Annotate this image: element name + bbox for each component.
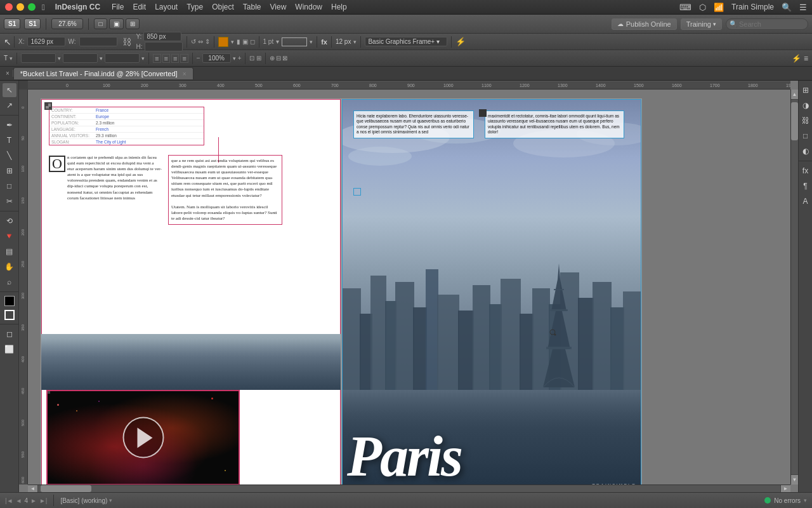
panel-icon2[interactable]: ≡ <box>804 54 808 63</box>
align-center-icon[interactable]: ≡ <box>162 54 170 63</box>
toolbar-s1-btn2[interactable]: S1 <box>24 18 41 29</box>
selection-tool-icon[interactable]: ↖ <box>4 37 11 47</box>
font-name-field[interactable] <box>21 53 56 63</box>
menu-help[interactable]: Help <box>331 3 347 11</box>
info-table-handle[interactable] <box>44 102 52 110</box>
view-bleed-btn[interactable]: ⊞ <box>126 18 140 29</box>
rectangle-frame-tool[interactable]: ⊞ <box>3 164 16 178</box>
selection-tool[interactable]: ↖ <box>3 83 16 97</box>
publish-online-btn[interactable]: ☁ Publish Online <box>612 18 677 30</box>
menu-layout[interactable]: Layout <box>155 3 178 11</box>
gradient-btn[interactable]: ▣ <box>242 38 248 45</box>
menu-file[interactable]: File <box>112 3 124 11</box>
play-button[interactable] <box>122 417 164 458</box>
tab-close-icon[interactable]: × <box>183 70 187 77</box>
constrain-proportions-icon[interactable]: ⛓ <box>120 35 134 49</box>
w-coord-field[interactable] <box>79 37 117 46</box>
right-panel-toggle-icon[interactable]: ⚡ <box>792 54 801 63</box>
menu-window[interactable]: Window <box>295 3 322 11</box>
tab-close-btn[interactable]: × <box>3 70 13 77</box>
scroll-up-btn[interactable]: ▲ <box>791 90 798 100</box>
text-tool-icon[interactable]: T <box>4 55 8 62</box>
vertical-scrollbar[interactable]: ▲ ▼ <box>790 90 798 485</box>
flip-h-icon[interactable]: ⇔ <box>198 38 203 45</box>
scroll-thumb-h[interactable] <box>41 485 91 492</box>
page-last-icon[interactable]: ►| <box>39 497 48 504</box>
align-right-icon[interactable]: ≡ <box>171 54 179 63</box>
view-fit-icon[interactable]: ⊡ <box>249 55 254 62</box>
view-mode-preview[interactable]: ⬜ <box>3 342 16 356</box>
menu-object[interactable]: Object <box>212 3 234 11</box>
menu-edit[interactable]: Edit <box>133 3 146 11</box>
menu-icon[interactable]: ☰ <box>799 3 807 12</box>
panel-toggle7[interactable]: ¶ <box>799 179 813 193</box>
free-transform-tool[interactable]: ⟲ <box>3 214 16 228</box>
menu-type[interactable]: Type <box>187 3 203 11</box>
panel-toggle2[interactable]: ◑ <box>799 98 813 112</box>
body-text-col1[interactable]: O n coriatem qui te prehendi ulpa as ini… <box>49 155 162 201</box>
scroll-thumb-v[interactable] <box>791 102 798 140</box>
right-text-box1[interactable]: Hicia nate explaborem labo. Ehenduntore … <box>353 110 474 138</box>
video-box[interactable] <box>46 390 240 485</box>
direct-selection-tool[interactable]: ↗ <box>3 98 16 112</box>
hand-tool[interactable]: ✋ <box>3 260 16 274</box>
panel-toggle4[interactable]: □ <box>799 129 813 143</box>
rotate-ccw-icon[interactable]: ↺ <box>191 38 196 45</box>
pasteboard[interactable]: COUNTRY: France CONTINENT: Europe POPULA… <box>28 90 790 485</box>
panel-toggle3[interactable]: ⛓ <box>799 114 813 128</box>
pen-tool[interactable]: ✒ <box>3 118 16 132</box>
style-display[interactable]: [Basic] (working) ▾ <box>60 497 112 504</box>
selection-handle-right2[interactable] <box>353 188 361 196</box>
zoom-level[interactable]: 27.6% <box>51 18 83 29</box>
color-btn[interactable]: ▮ <box>237 38 240 45</box>
panel-toggle5[interactable]: ◐ <box>799 144 813 158</box>
search-input[interactable] <box>726 18 808 30</box>
h-coord-field[interactable] <box>145 42 183 51</box>
panel-toggle8[interactable]: A <box>799 194 813 208</box>
align-left-icon[interactable]: ≡ <box>153 54 160 63</box>
view-normal-btn[interactable]: □ <box>94 18 107 29</box>
distribute-icon[interactable]: ⊟ <box>276 55 281 62</box>
horizontal-scrollbar[interactable]: ◄ ► <box>28 485 790 492</box>
fx-label[interactable]: fx <box>321 38 327 46</box>
body-text-col2[interactable]: que a ne rem quist asi aut undia volupta… <box>168 155 282 225</box>
frame-type-dropdown[interactable]: Basic Graphics Frame+ ▾ <box>365 37 447 46</box>
page-next-icon[interactable]: ► <box>30 497 37 504</box>
panel-toggle6[interactable]: fx <box>799 164 813 178</box>
page-prev-icon[interactable]: ◄ <box>16 497 22 504</box>
x-coord-field[interactable] <box>27 37 65 46</box>
align-justify-icon[interactable]: ≡ <box>180 54 188 63</box>
zoom-in-icon[interactable]: + <box>238 55 242 62</box>
none-btn[interactable]: ◻ <box>250 38 255 45</box>
info-table[interactable]: COUNTRY: France CONTINENT: Europe POPULA… <box>49 107 204 145</box>
close-button[interactable] <box>5 3 13 11</box>
arrange-icon[interactable]: ⊕ <box>270 55 275 62</box>
view-preview-btn[interactable]: ▣ <box>109 18 124 29</box>
scroll-left-btn[interactable]: ◄ <box>28 485 38 492</box>
lightning-icon[interactable]: ⚡ <box>455 37 466 46</box>
eyedropper-tool[interactable]: 🔻 <box>3 229 16 243</box>
apple-menu-icon[interactable]:  <box>42 3 45 12</box>
line-tool[interactable]: ╲ <box>3 149 16 163</box>
scroll-right-btn[interactable]: ► <box>780 485 790 492</box>
menu-view[interactable]: View <box>270 3 287 11</box>
page-first-icon[interactable]: |◄ <box>5 497 13 504</box>
menu-table[interactable]: Table <box>243 3 261 11</box>
video-handle[interactable] <box>46 390 50 394</box>
right-text-box2[interactable]: maximentdit et rectotatur, comnis-itae l… <box>485 110 624 138</box>
stroke-swatch-tool[interactable] <box>4 310 15 320</box>
fill-swatch-tool[interactable] <box>4 296 15 306</box>
font-style-field[interactable] <box>63 53 98 63</box>
fill-color-swatch[interactable] <box>218 37 228 47</box>
selection-handle-right[interactable] <box>479 109 487 117</box>
zoom-percent-field[interactable] <box>202 53 231 63</box>
gradient-tool[interactable]: ▤ <box>3 244 16 258</box>
toolbar-s1-btn[interactable]: S1 <box>4 18 20 29</box>
view-grid-icon[interactable]: ⊞ <box>256 55 261 62</box>
zoom-tool[interactable]: ⌕ <box>3 275 16 289</box>
font-size-field[interactable] <box>105 53 140 63</box>
panel-toggle1[interactable]: ⊞ <box>799 83 813 97</box>
stroke-swatch[interactable] <box>282 37 307 46</box>
flip-v-icon[interactable]: ⇕ <box>205 38 210 45</box>
search-titlebar-icon[interactable]: 🔍 <box>782 3 792 12</box>
